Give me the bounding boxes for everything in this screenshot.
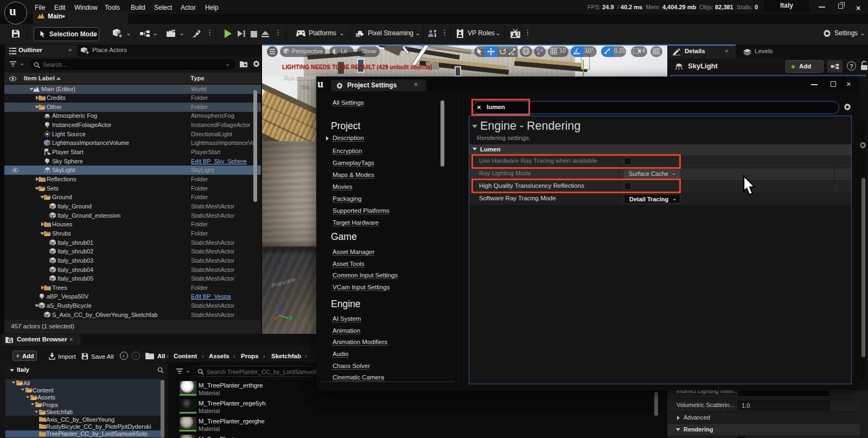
svg-text:Y: Y [289, 316, 293, 322]
